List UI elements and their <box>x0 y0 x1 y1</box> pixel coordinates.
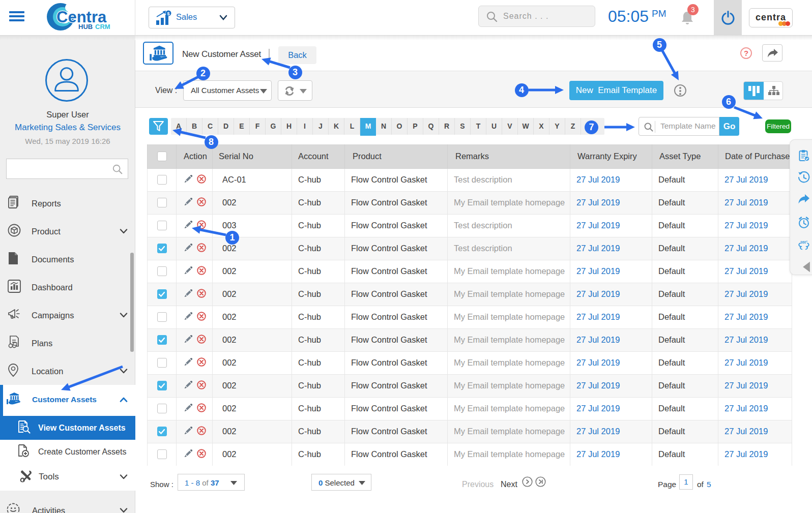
svg-text:CRM: CRM <box>95 23 110 31</box>
svg-text:$: $ <box>167 11 169 16</box>
svg-text:360°: 360° <box>800 240 808 244</box>
svg-text:HUB: HUB <box>78 23 93 31</box>
